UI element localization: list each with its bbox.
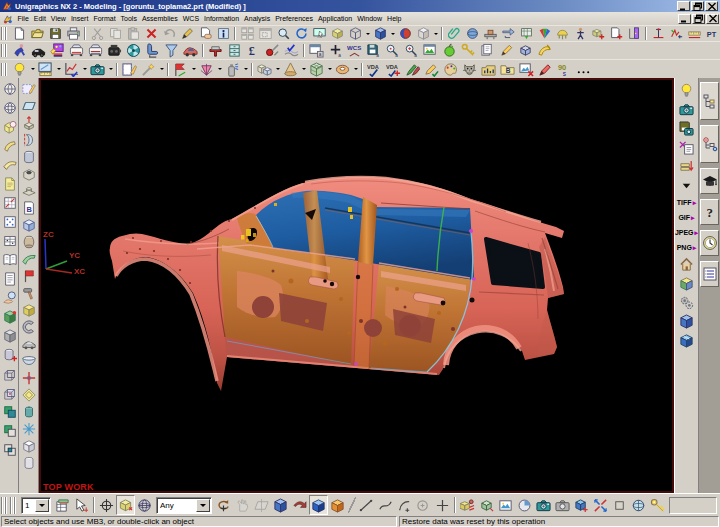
grid-dots-button[interactable] <box>1 213 19 230</box>
shaded-display-dropdown[interactable] <box>389 26 396 41</box>
cube-blue-a-button[interactable] <box>677 313 697 329</box>
x-arrows-button[interactable] <box>591 495 610 515</box>
box-yellow-button[interactable] <box>20 301 38 318</box>
snap-center-button[interactable] <box>97 495 116 515</box>
boxes-3d-button[interactable] <box>255 61 274 78</box>
light-bulb-dropdown[interactable] <box>29 60 36 78</box>
snapshot-button[interactable] <box>88 61 107 78</box>
delete-button[interactable] <box>142 26 160 41</box>
print-button[interactable] <box>64 26 82 41</box>
filter-button[interactable] <box>517 26 535 41</box>
flag-red-button[interactable] <box>20 267 38 284</box>
menu-information[interactable]: Information <box>202 12 242 25</box>
new-button[interactable] <box>10 26 28 41</box>
export-jpeg-button[interactable]: JPEG▸ <box>675 229 698 237</box>
wand-dropdown[interactable] <box>158 60 165 78</box>
cube-white-button[interactable] <box>20 437 38 454</box>
cabinet-button[interactable] <box>225 42 244 59</box>
paper-badge-button[interactable] <box>478 42 497 59</box>
table-dots-button[interactable] <box>1 232 19 249</box>
turbine-button[interactable] <box>124 42 143 59</box>
datum-plane-button[interactable] <box>20 97 38 114</box>
snap-curve-button[interactable] <box>376 495 395 515</box>
image-tool-button[interactable] <box>496 495 515 515</box>
box-tool-button[interactable] <box>458 495 477 515</box>
menu-file[interactable]: File <box>15 12 31 25</box>
export-gif-button[interactable]: GIF▸ <box>678 214 694 222</box>
draft-flag-dropdown[interactable] <box>190 60 197 78</box>
pen-check-button[interactable] <box>422 61 441 78</box>
boolean-unite-button[interactable] <box>1 403 19 420</box>
export-png-button[interactable]: PNG▸ <box>677 244 697 252</box>
home-view-button[interactable] <box>677 256 697 272</box>
chart-folder-button[interactable] <box>479 61 498 78</box>
pen-badge-button[interactable] <box>497 42 516 59</box>
plane-tool-button[interactable] <box>252 495 271 515</box>
ninety-s-button[interactable] <box>555 61 574 78</box>
torus-3d-button[interactable] <box>333 61 352 78</box>
bumper-button[interactable] <box>29 42 48 59</box>
menu-help[interactable]: Help <box>385 12 404 25</box>
view-orient-button[interactable] <box>414 26 432 41</box>
snap-arc-button[interactable] <box>395 495 414 515</box>
image-export-button[interactable] <box>517 61 536 78</box>
cross-red-button[interactable] <box>20 369 38 386</box>
boxes-3d-dropdown[interactable] <box>274 60 281 78</box>
style-edit-button[interactable] <box>178 26 196 41</box>
spray-check-button[interactable] <box>223 61 242 78</box>
menu-application[interactable]: Application <box>315 12 354 25</box>
diamond-yellow-button[interactable] <box>20 386 38 403</box>
transform-button[interactable] <box>196 26 214 41</box>
cone-3d-dropdown[interactable] <box>300 60 307 78</box>
cube-blue-b-button[interactable] <box>677 332 697 348</box>
cut-button[interactable] <box>88 26 106 41</box>
viewport-canvas[interactable]: ZC YC XC TOP WORK <box>41 80 672 491</box>
measure-point-button[interactable] <box>703 26 720 41</box>
snap-point-button[interactable] <box>433 495 452 515</box>
display-check-dropdown[interactable] <box>55 60 62 78</box>
cube-wire-a-button[interactable] <box>1 365 19 382</box>
car-gray-button[interactable] <box>20 335 38 352</box>
hidden-edges-dropdown[interactable] <box>364 26 371 41</box>
open-button[interactable] <box>28 26 46 41</box>
details-list-button[interactable] <box>700 261 719 287</box>
toolbar-grip[interactable] <box>11 497 17 514</box>
zoom-in-out-button[interactable] <box>274 26 292 41</box>
seat-design-button[interactable] <box>143 42 162 59</box>
hole-button[interactable] <box>20 165 38 182</box>
book-button[interactable] <box>1 251 19 268</box>
apple-badge-button[interactable] <box>440 42 459 59</box>
wcs-globe-button[interactable] <box>135 495 154 515</box>
selection-scope-dropdown-arrow[interactable] <box>196 499 210 512</box>
camera-gray-button[interactable] <box>553 495 572 515</box>
exit-part-button[interactable] <box>625 26 643 41</box>
measure-length-button[interactable] <box>685 26 703 41</box>
pan-hand-button[interactable] <box>233 495 252 515</box>
boss-button[interactable] <box>20 182 38 199</box>
sheet-add-button[interactable] <box>607 26 625 41</box>
grid-box-button[interactable] <box>307 61 326 78</box>
shaded-display-button[interactable] <box>371 26 389 41</box>
fixture-button[interactable] <box>206 42 225 59</box>
toolbar-grip[interactable] <box>2 63 8 76</box>
paste-button[interactable] <box>124 26 142 41</box>
spray-check-dropdown[interactable] <box>242 60 249 78</box>
vda-add-button[interactable] <box>384 61 403 78</box>
snip-list-button[interactable] <box>677 139 697 155</box>
surface-check-button[interactable] <box>282 42 301 59</box>
menu-window[interactable]: Window <box>355 12 385 25</box>
cylinder-add-button[interactable] <box>1 346 19 363</box>
barrel-button[interactable] <box>20 233 38 250</box>
ergonomics-button[interactable] <box>10 42 29 59</box>
layout-views-button[interactable] <box>238 26 256 41</box>
constraint-nav-button[interactable] <box>700 125 719 163</box>
work-layer-combo[interactable]: 1 <box>21 497 51 514</box>
measure-distance-button[interactable] <box>649 26 667 41</box>
tutorials-button[interactable] <box>700 168 719 194</box>
help-on-context-button[interactable] <box>700 199 719 225</box>
cat-tool-button[interactable] <box>460 61 479 78</box>
globe-small-button[interactable] <box>629 495 648 515</box>
car-front-b-button[interactable] <box>86 42 105 59</box>
render-style-button[interactable] <box>396 26 414 41</box>
light-bulb-button[interactable] <box>677 82 697 98</box>
